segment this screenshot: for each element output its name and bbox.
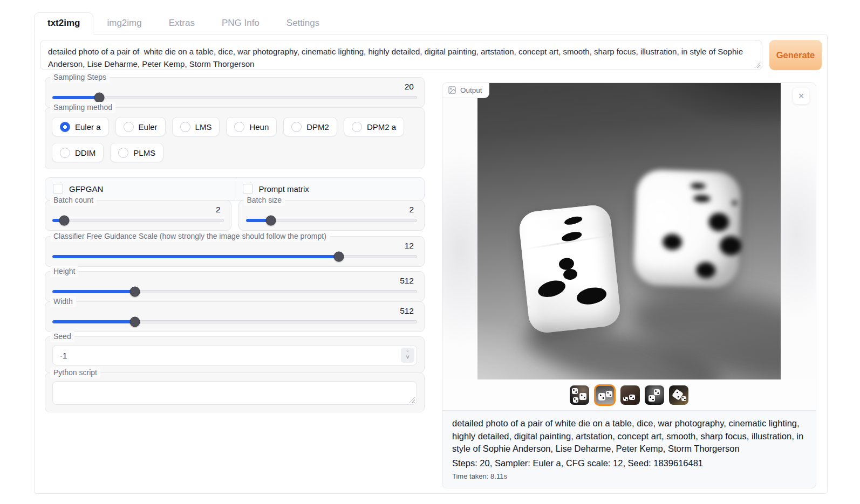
output-panel: Output ✕ (442, 82, 816, 488)
app-container: txt2img img2img Extras PNG Info Settings… (0, 0, 860, 494)
width-value: 512 (52, 306, 417, 316)
generation-info: detailed photo of a pair of white die on… (442, 410, 816, 488)
radio-ddim[interactable]: DDIM (52, 143, 104, 162)
cfg-scale-group: Classifier Free Guidance Scale (how stro… (45, 236, 425, 267)
python-script-label: Python script (50, 367, 100, 378)
height-group: Height 512 (45, 271, 425, 302)
slider-thumb[interactable] (94, 93, 104, 103)
batch-count-group: Batch count 2 (45, 200, 231, 231)
radio-label: DDIM (75, 148, 95, 157)
cfg-scale-slider[interactable] (52, 255, 417, 258)
tab-txt2img[interactable]: txt2img (34, 12, 93, 34)
radio-label: Heun (249, 122, 269, 132)
seed-label: Seed (50, 331, 74, 342)
radio-dot (180, 122, 190, 132)
close-icon[interactable]: ✕ (793, 88, 809, 104)
caption-time: Time taken: 8.11s (452, 472, 806, 480)
thumbnail-5[interactable] (669, 385, 688, 405)
height-label: Height (50, 266, 78, 277)
slider-fill (52, 255, 338, 258)
tab-extras[interactable]: Extras (155, 12, 208, 34)
height-value: 512 (52, 275, 417, 286)
checkbox-box (53, 184, 63, 194)
gallery-stage: Output ✕ (442, 83, 816, 379)
radio-dpm2-a[interactable]: DPM2 a (344, 117, 404, 136)
sampling-steps-value: 20 (52, 81, 417, 92)
prompt-input[interactable]: detailed photo of a pair of white die on… (40, 40, 762, 70)
batch-size-value: 2 (246, 204, 418, 215)
slider-fill (52, 320, 134, 323)
stepper-down-icon[interactable]: ˅ (406, 355, 409, 359)
tab-img2img[interactable]: img2img (93, 12, 155, 34)
thumbnail-4[interactable] (645, 385, 664, 405)
batch-count-slider[interactable] (52, 219, 224, 222)
tab-content-panel: detailed photo of a pair of white die on… (34, 34, 828, 494)
radio-label: DPM2 a (367, 122, 396, 132)
width-group: Width 512 (45, 301, 425, 332)
tab-bar: txt2img img2img Extras PNG Info Settings (34, 12, 860, 34)
thumbnail-1[interactable] (570, 385, 589, 405)
options-group: GFPGAN Prompt matrix (45, 177, 425, 201)
slider-fill (52, 290, 134, 293)
radio-dot (124, 122, 134, 132)
slider-thumb[interactable] (130, 287, 140, 297)
cfg-scale-value: 12 (52, 240, 417, 251)
seed-group: Seed ˇ ˅ (45, 336, 425, 373)
slider-thumb[interactable] (333, 252, 344, 262)
die-blurred (633, 169, 741, 288)
radio-label: Euler (139, 122, 158, 132)
batch-count-value: 2 (52, 204, 224, 215)
slider-fill (52, 96, 99, 99)
width-label: Width (50, 296, 76, 307)
checkbox-label: GFPGAN (69, 184, 103, 194)
tab-settings[interactable]: Settings (273, 12, 333, 34)
caption-prompt: detailed photo of a pair of white die on… (452, 417, 806, 455)
die-sharp (518, 204, 622, 335)
radio-label: LMS (195, 122, 212, 132)
radio-dot (60, 122, 70, 132)
prompt-row: detailed photo of a pair of white die on… (40, 40, 822, 70)
python-script-input[interactable] (52, 381, 417, 405)
radio-dot (352, 122, 362, 132)
seed-input[interactable] (52, 345, 417, 365)
radio-dot (60, 148, 70, 158)
sampling-method-label: Sampling method (50, 102, 115, 113)
radio-plms[interactable]: PLMS (110, 143, 163, 162)
radio-dpm2[interactable]: DPM2 (283, 117, 337, 136)
checkbox-label: Prompt matrix (259, 184, 309, 194)
batch-count-label: Batch count (50, 195, 97, 206)
radio-label: PLMS (133, 148, 155, 157)
batch-size-slider[interactable] (246, 219, 418, 222)
batch-size-label: Batch size (244, 195, 285, 206)
radio-dot (234, 122, 244, 132)
radio-dot (118, 148, 128, 158)
slider-thumb[interactable] (130, 317, 140, 327)
thumbnail-3[interactable] (620, 385, 640, 405)
radio-euler-a[interactable]: Euler a (52, 117, 109, 136)
settings-column: Sampling Steps 20 Sampling method Euler … (45, 77, 425, 488)
output-label: Output (442, 83, 489, 98)
radio-dot (291, 122, 302, 132)
radio-euler[interactable]: Euler (115, 117, 166, 136)
radio-lms[interactable]: LMS (172, 117, 220, 136)
gallery-thumbnails (442, 379, 816, 410)
cfg-scale-label: Classifier Free Guidance Scale (how stro… (50, 231, 330, 242)
radio-label: DPM2 (306, 122, 329, 132)
checkbox-box (243, 184, 253, 194)
output-label-text: Output (460, 86, 482, 94)
sampling-steps-slider[interactable] (52, 96, 417, 99)
thumbnail-2-selected[interactable] (594, 384, 616, 406)
slider-thumb[interactable] (59, 216, 70, 226)
sampling-method-group: Sampling method Euler a Euler LMS (45, 107, 425, 169)
radio-label: Euler a (75, 122, 101, 132)
generate-button[interactable]: Generate (769, 40, 822, 70)
tab-png-info[interactable]: PNG Info (208, 12, 273, 34)
image-icon (448, 86, 456, 94)
batch-size-group: Batch size 2 (238, 200, 425, 231)
seed-stepper[interactable]: ˇ ˅ (401, 348, 414, 363)
height-slider[interactable] (52, 290, 417, 293)
slider-thumb[interactable] (265, 216, 276, 226)
width-slider[interactable] (52, 320, 417, 323)
generated-image[interactable] (477, 83, 781, 379)
radio-heun[interactable]: Heun (226, 117, 277, 136)
